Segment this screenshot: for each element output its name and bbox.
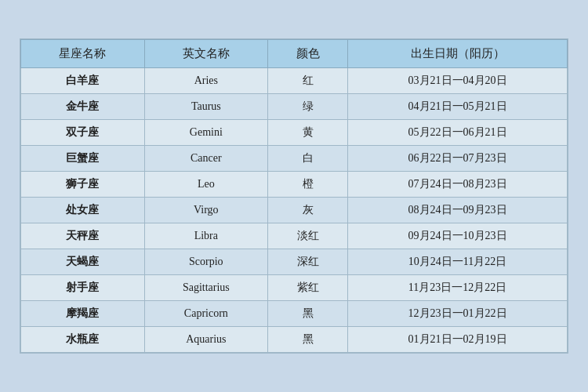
cell-dates: 01月21日一02月19日 — [348, 327, 568, 353]
cell-english: Taurus — [144, 94, 268, 120]
cell-english: Libra — [144, 223, 268, 249]
cell-color: 淡红 — [268, 223, 348, 249]
col-header-dates: 出生日期（阳历） — [348, 40, 568, 68]
table-row: 处女座Virgo灰08月24日一09月23日 — [21, 198, 568, 223]
table-row: 巨蟹座Cancer白06月22日一07月23日 — [21, 146, 568, 172]
table-row: 天蝎座Scorpio深红10月24日一11月22日 — [21, 249, 568, 275]
table-body: 白羊座Aries红03月21日一04月20日金牛座Taurus绿04月21日一0… — [21, 68, 568, 353]
col-header-color: 颜色 — [268, 40, 348, 68]
cell-color: 白 — [268, 146, 348, 172]
zodiac-table-container: 星座名称 英文名称 颜色 出生日期（阳历） 白羊座Aries红03月21日一04… — [20, 38, 568, 354]
cell-english: Gemini — [144, 120, 268, 146]
cell-dates: 09月24日一10月23日 — [348, 223, 568, 249]
cell-dates: 03月21日一04月20日 — [348, 68, 568, 94]
cell-color: 黑 — [268, 301, 348, 327]
cell-color: 黄 — [268, 120, 348, 146]
cell-chinese: 处女座 — [21, 198, 145, 223]
cell-dates: 06月22日一07月23日 — [348, 146, 568, 172]
cell-chinese: 水瓶座 — [21, 327, 145, 353]
cell-dates: 10月24日一11月22日 — [348, 249, 568, 275]
cell-english: Cancer — [144, 146, 268, 172]
cell-color: 灰 — [268, 198, 348, 223]
cell-chinese: 双子座 — [21, 120, 145, 146]
table-row: 金牛座Taurus绿04月21日一05月21日 — [21, 94, 568, 120]
cell-english: Scorpio — [144, 249, 268, 275]
table-row: 摩羯座Capricorn黑12月23日一01月22日 — [21, 301, 568, 327]
col-header-chinese: 星座名称 — [21, 40, 145, 68]
cell-english: Sagittarius — [144, 275, 268, 301]
table-row: 水瓶座Aquarius黑01月21日一02月19日 — [21, 327, 568, 353]
cell-chinese: 天蝎座 — [21, 249, 145, 275]
cell-chinese: 射手座 — [21, 275, 145, 301]
zodiac-table: 星座名称 英文名称 颜色 出生日期（阳历） 白羊座Aries红03月21日一04… — [20, 39, 568, 353]
cell-dates: 12月23日一01月22日 — [348, 301, 568, 327]
table-row: 射手座Sagittarius紫红11月23日一12月22日 — [21, 275, 568, 301]
cell-chinese: 狮子座 — [21, 172, 145, 198]
cell-english: Aries — [144, 68, 268, 94]
cell-color: 红 — [268, 68, 348, 94]
cell-english: Virgo — [144, 198, 268, 223]
cell-english: Aquarius — [144, 327, 268, 353]
cell-chinese: 金牛座 — [21, 94, 145, 120]
cell-chinese: 巨蟹座 — [21, 146, 145, 172]
cell-dates: 11月23日一12月22日 — [348, 275, 568, 301]
cell-chinese: 白羊座 — [21, 68, 145, 94]
cell-chinese: 摩羯座 — [21, 301, 145, 327]
cell-english: Capricorn — [144, 301, 268, 327]
cell-dates: 04月21日一05月21日 — [348, 94, 568, 120]
cell-dates: 07月24日一08月23日 — [348, 172, 568, 198]
col-header-english: 英文名称 — [144, 40, 268, 68]
cell-english: Leo — [144, 172, 268, 198]
cell-color: 紫红 — [268, 275, 348, 301]
cell-color: 绿 — [268, 94, 348, 120]
table-row: 双子座Gemini黄05月22日一06月21日 — [21, 120, 568, 146]
cell-color: 橙 — [268, 172, 348, 198]
cell-chinese: 天秤座 — [21, 223, 145, 249]
table-row: 天秤座Libra淡红09月24日一10月23日 — [21, 223, 568, 249]
cell-color: 深红 — [268, 249, 348, 275]
cell-color: 黑 — [268, 327, 348, 353]
table-header-row: 星座名称 英文名称 颜色 出生日期（阳历） — [21, 40, 568, 68]
cell-dates: 08月24日一09月23日 — [348, 198, 568, 223]
table-row: 狮子座Leo橙07月24日一08月23日 — [21, 172, 568, 198]
cell-dates: 05月22日一06月21日 — [348, 120, 568, 146]
table-row: 白羊座Aries红03月21日一04月20日 — [21, 68, 568, 94]
